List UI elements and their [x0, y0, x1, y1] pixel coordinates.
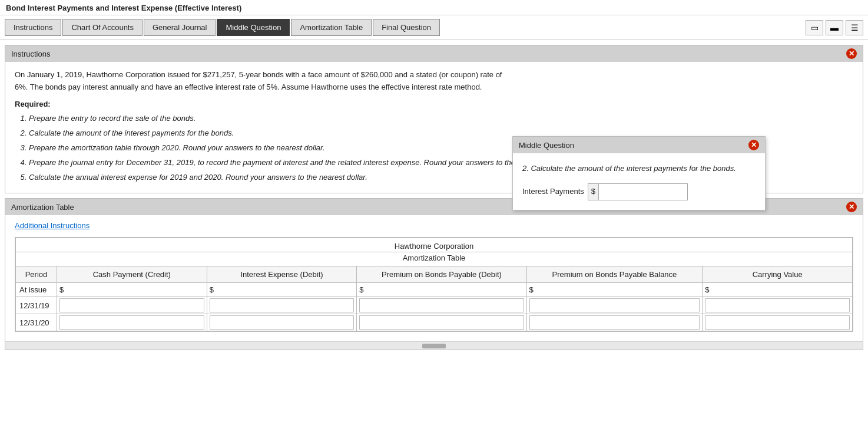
middle-question-dialog: Middle Question ✕ 2. Calculate the amoun… [512, 136, 766, 210]
instructions-body-text: On January 1, 2019, Hawthorne Corporatio… [15, 69, 515, 94]
instructions-close-button[interactable]: ✕ [846, 48, 857, 59]
table-row: At issue $ $ [16, 283, 853, 297]
row3-carrying-value-cell [703, 314, 853, 331]
amortization-table: Hawthorne Corporation Amortization Table… [15, 238, 853, 331]
col-premium-balance: Premium on Bonds Payable Balance [526, 266, 703, 283]
column-header-row: Period Cash Payment (Credit) Interest Ex… [16, 266, 853, 283]
horizontal-scrollbar[interactable] [5, 341, 863, 350]
row2-interest-expense-wrap [210, 298, 355, 312]
col-premium-debit: Premium on Bonds Payable (Debit) [357, 266, 526, 283]
sub-header-row: Amortization Table [16, 252, 853, 266]
row3-premium-debit-wrap [359, 315, 524, 330]
row3-premium-balance-input[interactable] [532, 317, 697, 328]
additional-instructions-link[interactable]: Additional Instructions [15, 221, 90, 230]
instructions-item-1: Prepare the entry to record the sale of … [29, 113, 853, 125]
at-issue-premium-balance-input[interactable] [535, 284, 700, 295]
tab-bar: Instructions Chart Of Accounts General J… [0, 15, 868, 40]
tab-middle-question[interactable]: Middle Question [217, 19, 290, 36]
at-issue-premium-balance-dollar: $ [529, 285, 535, 294]
middle-question-close-button[interactable]: ✕ [748, 140, 759, 150]
row2-carrying-value-wrap [705, 298, 850, 312]
row3-premium-balance-wrap [529, 315, 700, 330]
at-issue-premium-debit-dollar: $ [359, 285, 365, 294]
main-content: Instructions ✕ On January 1, 2019, Hawth… [0, 45, 868, 350]
page-title: Bond Interest Payments and Interest Expe… [0, 0, 868, 15]
period-12-31-20: 12/31/20 [16, 314, 57, 331]
row2-cash-payment-cell [57, 297, 207, 314]
row2-carrying-value-cell [703, 297, 853, 314]
at-issue-carrying-dollar: $ [705, 285, 710, 294]
interest-payments-input[interactable] [599, 186, 687, 198]
row3-carrying-value-input[interactable] [708, 317, 847, 328]
at-issue-premium-debit-wrap: $ [359, 284, 524, 295]
row3-cash-payment-input[interactable] [62, 317, 201, 328]
at-issue-cash-payment-input[interactable] [65, 284, 204, 295]
col-interest-expense: Interest Expense (Debit) [207, 266, 357, 283]
row2-carrying-value-input[interactable] [708, 300, 847, 311]
instructions-panel-title: Instructions [11, 50, 50, 58]
at-issue-premium-balance-wrap: $ [529, 284, 700, 295]
row2-premium-debit-cell [357, 297, 526, 314]
window-icon-3[interactable]: ☰ [846, 20, 863, 35]
tab-amortization-table[interactable]: Amortization Table [291, 19, 372, 36]
row3-cash-payment-wrap [59, 315, 204, 330]
row2-interest-expense-input[interactable] [213, 300, 352, 311]
row2-premium-debit-wrap [359, 298, 524, 312]
middle-question-dialog-body: 2. Calculate the amount of the interest … [513, 153, 765, 210]
at-issue-cash-dollar-1: $ [59, 285, 65, 294]
middle-question-dialog-title: Middle Question [519, 141, 574, 150]
row3-premium-debit-cell [357, 314, 526, 331]
col-carrying-value: Carrying Value [703, 266, 853, 283]
window-icon-1[interactable]: ▭ [806, 20, 823, 35]
horizontal-scrollbar-thumb[interactable] [422, 344, 446, 348]
row3-interest-expense-cell [207, 314, 357, 331]
col-period: Period [16, 266, 57, 283]
at-issue-cash-payment-cell: $ [57, 283, 207, 297]
at-issue-carrying-value-input[interactable] [711, 284, 850, 295]
at-issue-carrying-value-cell: $ [703, 283, 853, 297]
at-issue-interest-expense-input[interactable] [215, 284, 354, 295]
table-row: 12/31/19 [16, 297, 853, 314]
row3-cash-payment-cell [57, 314, 207, 331]
tab-instructions[interactable]: Instructions [5, 19, 61, 36]
row2-premium-balance-wrap [529, 298, 700, 312]
at-issue-cash-payment-wrap: $ [59, 284, 204, 295]
tab-chart-of-accounts[interactable]: Chart Of Accounts [62, 19, 143, 36]
amortization-close-button[interactable]: ✕ [846, 202, 857, 212]
at-issue-interest-expense-wrap: $ [210, 284, 355, 295]
corp-header-row: Hawthorne Corporation [16, 238, 853, 252]
sub-header-cell: Amortization Table [16, 252, 853, 266]
amortization-panel-title: Amortization Table [11, 203, 74, 212]
row2-premium-balance-input[interactable] [532, 300, 697, 311]
interest-payments-input-wrap: $ [588, 183, 688, 200]
row2-cash-payment-input[interactable] [62, 300, 201, 311]
at-issue-premium-debit-input[interactable] [365, 284, 524, 295]
at-issue-interest-expense-cell: $ [207, 283, 357, 297]
dollar-sign: $ [588, 184, 599, 200]
window-icon-2[interactable]: ▬ [826, 20, 843, 35]
amortization-panel-body: Additional Instructions Hawthorne Corpor… [5, 215, 863, 341]
middle-question-dialog-header: Middle Question ✕ [513, 137, 765, 153]
row3-carrying-value-wrap [705, 315, 850, 330]
at-issue-interest-dollar: $ [210, 285, 215, 294]
toolbar-icons: ▭ ▬ ☰ [806, 20, 863, 35]
tab-general-journal[interactable]: General Journal [144, 19, 216, 36]
middle-question-text: 2. Calculate the amount of the interest … [522, 163, 756, 175]
tab-final-question[interactable]: Final Question [373, 19, 440, 36]
interest-payments-label: Interest Payments [522, 186, 584, 198]
instructions-panel-header: Instructions ✕ [5, 45, 863, 62]
required-label: Required: [15, 98, 853, 111]
amortization-panel: Amortization Table ✕ Additional Instruct… [5, 198, 863, 350]
corp-header-cell: Hawthorne Corporation [16, 238, 853, 252]
row2-cash-payment-wrap [59, 298, 204, 312]
at-issue-premium-debit-cell: $ [357, 283, 526, 297]
row3-premium-balance-cell [526, 314, 703, 331]
amortization-table-wrapper: Hawthorne Corporation Amortization Table… [15, 237, 853, 332]
table-row: 12/31/20 [16, 314, 853, 331]
row2-premium-debit-input[interactable] [362, 300, 521, 311]
row3-interest-expense-wrap [210, 315, 355, 330]
row3-interest-expense-input[interactable] [213, 317, 352, 328]
row3-premium-debit-input[interactable] [362, 317, 521, 328]
period-12-31-19: 12/31/19 [16, 297, 57, 314]
at-issue-carrying-value-wrap: $ [705, 284, 850, 295]
